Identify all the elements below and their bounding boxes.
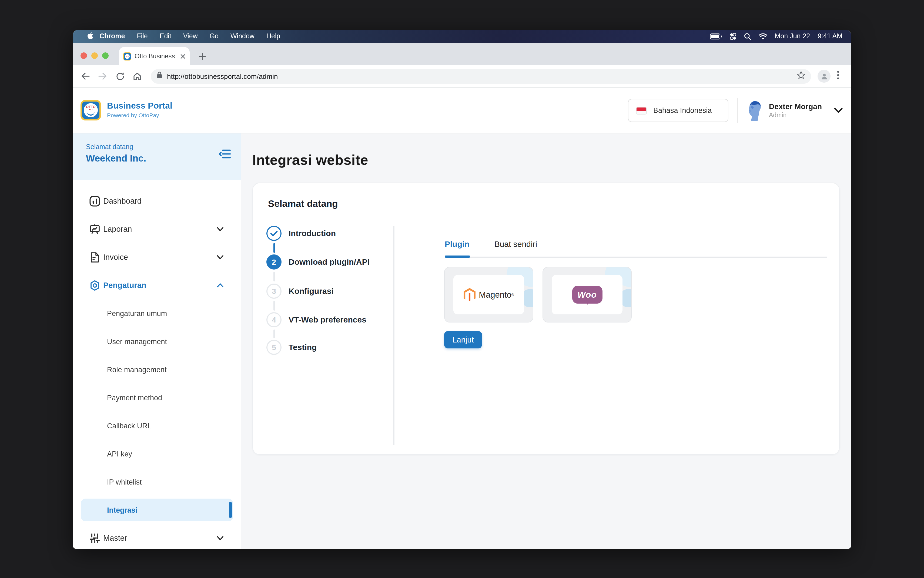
card-title: Selamat datang	[268, 198, 338, 209]
main-content: Integrasi website Selamat datang Introdu…	[241, 133, 851, 549]
browser-tab[interactable]: Otto Business Portal	[119, 47, 190, 65]
apple-icon[interactable]	[88, 32, 94, 40]
sidebar-subitem-pengaturan-umum[interactable]: Pengaturan umum	[73, 299, 241, 327]
address-bar: http://ottobusinessportal.com/admin	[73, 65, 851, 88]
close-window-button[interactable]	[81, 52, 87, 59]
lock-icon[interactable]	[156, 71, 162, 81]
sidebar-subitem-api-key[interactable]: API key	[73, 440, 241, 468]
wifi-icon[interactable]	[758, 33, 767, 39]
url-text[interactable]: http://ottobusinessportal.com/admin	[167, 72, 796, 80]
page-title: Integrasi website	[252, 152, 368, 169]
minimize-window-button[interactable]	[91, 52, 98, 59]
language-label: Bahasa Indonesia	[653, 106, 712, 115]
active-item-indicator	[229, 502, 232, 518]
chevron-down-icon	[217, 227, 224, 232]
language-selector[interactable]: Bahasa Indonesia	[628, 99, 728, 122]
user-chevron-down-icon	[834, 107, 843, 113]
integration-card: Selamat datang Introduction 2 Download p…	[252, 183, 840, 455]
woocommerce-icon: Woo	[572, 286, 602, 304]
step-connector	[273, 272, 275, 281]
chevron-down-icon	[217, 255, 224, 260]
sidebar-subitem-role-management[interactable]: Role management	[73, 356, 241, 383]
reload-button[interactable]	[113, 69, 127, 83]
report-icon	[89, 223, 101, 235]
browser-menu-icon[interactable]	[837, 71, 839, 81]
active-item-highlight	[81, 498, 233, 521]
menu-view[interactable]: View	[183, 32, 198, 40]
sidebar-item-pengaturan[interactable]: Pengaturan	[73, 271, 241, 299]
zoom-window-button[interactable]	[102, 52, 109, 59]
step-4-label[interactable]: VT-Web preferences	[289, 315, 366, 324]
menu-chrome[interactable]: Chrome	[99, 32, 125, 40]
step-connector	[273, 301, 275, 311]
user-menu[interactable]: Dexter Morgan Admin	[747, 99, 843, 121]
tab-favicon	[123, 52, 131, 60]
step-1-circle	[266, 226, 281, 241]
browser-profile-icon[interactable]	[818, 70, 830, 83]
indonesia-flag-icon	[636, 107, 647, 114]
sidebar-subitem-user-management[interactable]: User management	[73, 327, 241, 356]
sidebar: Selamat datang Weekend Inc. Dashboard La…	[73, 133, 241, 549]
new-tab-button[interactable]	[196, 50, 208, 62]
url-field[interactable]: http://ottobusinessportal.com/admin	[151, 69, 811, 83]
macos-menu-bar: Chrome File Edit View Go Window Help Mon…	[73, 30, 851, 43]
welcome-label: Selamat datang	[86, 143, 241, 151]
sidebar-menu: Dashboard Laporan Invoice Pengaturan	[73, 180, 241, 549]
app-title: Business Portal	[107, 101, 172, 111]
step-3-label[interactable]: Konfigurasi	[289, 286, 334, 295]
chevron-down-icon	[217, 536, 224, 541]
sidebar-item-laporan[interactable]: Laporan	[73, 215, 241, 243]
settings-icon	[89, 279, 101, 291]
battery-icon[interactable]	[710, 33, 722, 39]
user-role: Admin	[769, 112, 822, 118]
tab-title: Otto Business Portal	[135, 52, 177, 60]
stepper-divider	[393, 226, 394, 445]
sidebar-subitem-integrasi[interactable]: Integrasi	[73, 496, 241, 524]
tab-close-icon[interactable]	[180, 51, 185, 61]
sidebar-collapse-icon[interactable]	[219, 149, 231, 162]
bookmark-star-icon[interactable]	[796, 70, 805, 82]
menubar-time: 9:41 AM	[818, 32, 843, 40]
home-button[interactable]	[130, 69, 144, 83]
sidebar-subitem-payment-method[interactable]: Payment method	[73, 383, 241, 412]
menu-help[interactable]: Help	[266, 32, 280, 40]
sidebar-item-dashboard[interactable]: Dashboard	[73, 187, 241, 215]
step-5-label[interactable]: Testing	[289, 343, 317, 352]
control-center-icon[interactable]	[729, 32, 737, 40]
plugin-card-magento[interactable]: Magento®	[444, 267, 533, 323]
menu-file[interactable]: File	[137, 32, 148, 40]
spotlight-search-icon[interactable]	[744, 32, 751, 40]
magento-reg-mark: ®	[512, 293, 514, 296]
magento-label: Magento	[479, 290, 512, 300]
plugin-card-woocommerce[interactable]: Woo	[542, 267, 632, 323]
chevron-up-icon	[217, 283, 224, 287]
menu-window[interactable]: Window	[231, 32, 255, 40]
step-2-label[interactable]: Download plugin/API	[289, 257, 370, 266]
step-1-label[interactable]: Introduction	[289, 229, 336, 238]
app-subtitle: Powered by OttoPay	[107, 112, 172, 118]
magento-icon	[464, 287, 476, 302]
sidebar-subitem-ip-whitelist[interactable]: IP whitelist	[73, 468, 241, 496]
menu-edit[interactable]: Edit	[160, 32, 171, 40]
step-4-circle: 4	[266, 312, 281, 327]
brand: OTTO PAY Business Portal Powered by Otto…	[81, 100, 172, 120]
tab-buat-sendiri[interactable]: Buat sendiri	[494, 239, 537, 248]
continue-button[interactable]: Lanjut	[444, 331, 482, 348]
tab-strip: Otto Business Portal	[73, 43, 851, 65]
tab-plugin[interactable]: Plugin	[445, 239, 469, 248]
tab-track	[445, 257, 827, 257]
sidebar-subitem-callback-url[interactable]: Callback URL	[73, 412, 241, 440]
step-3-circle: 3	[266, 284, 281, 299]
back-button[interactable]	[78, 69, 93, 83]
active-tab-underline	[445, 255, 470, 258]
menubar-date: Mon Jun 22	[775, 32, 810, 40]
menu-go[interactable]: Go	[209, 32, 219, 40]
logo-sub-text: PAY	[89, 108, 93, 110]
sidebar-item-master[interactable]: Master	[73, 524, 241, 549]
user-name: Dexter Morgan	[769, 102, 822, 111]
app-header: OTTO PAY Business Portal Powered by Otto…	[73, 88, 851, 133]
check-icon	[270, 231, 278, 236]
user-avatar	[747, 99, 762, 121]
forward-button[interactable]	[96, 69, 110, 83]
sidebar-item-invoice[interactable]: Invoice	[73, 243, 241, 271]
